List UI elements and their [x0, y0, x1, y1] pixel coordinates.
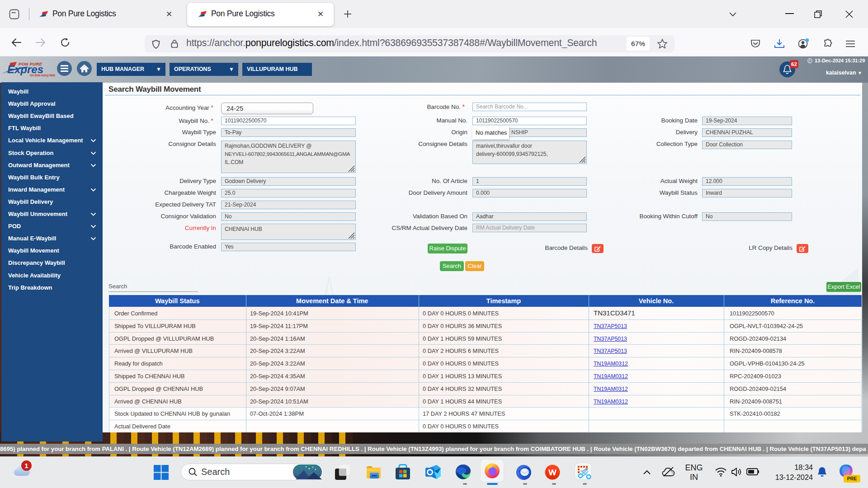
svg-text:On time every time: On time every time	[30, 74, 56, 77]
